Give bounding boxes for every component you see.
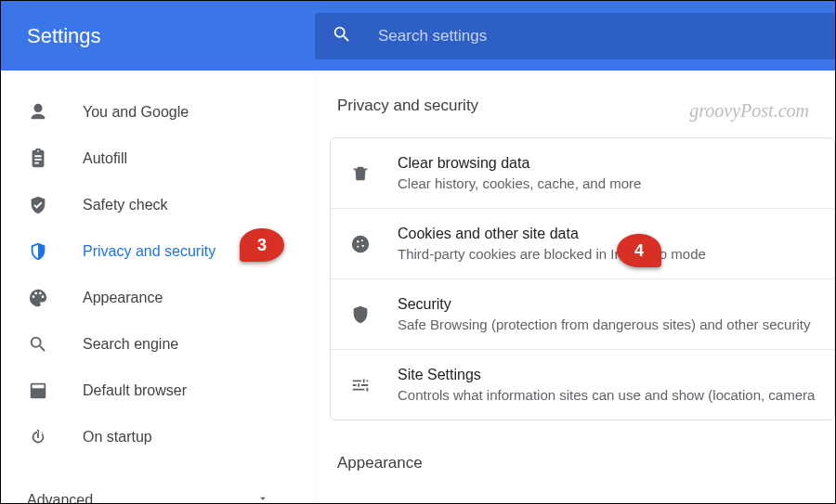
sidebar-item-label: Default browser: [83, 382, 187, 399]
row-title: Security: [398, 296, 810, 313]
search-box[interactable]: [315, 13, 835, 59]
privacy-card: Clear browsing data Clear history, cooki…: [330, 137, 835, 420]
chevron-down-icon: [256, 492, 269, 504]
row-text: Cookies and other site data Third-party …: [398, 226, 706, 262]
sidebar-item-safety-check[interactable]: Safety check: [1, 182, 316, 228]
search-input[interactable]: [378, 27, 818, 45]
sidebar-item-on-startup[interactable]: On startup: [1, 414, 316, 460]
svg-point-3: [362, 244, 364, 246]
svg-point-1: [357, 240, 359, 242]
row-title: Site Settings: [398, 367, 815, 383]
search-icon: [27, 333, 49, 355]
advanced-toggle[interactable]: Advanced: [1, 477, 316, 504]
section-title-privacy: Privacy and security: [337, 97, 835, 115]
browser-icon: [27, 380, 49, 402]
cookie-icon: [349, 233, 372, 255]
row-subtitle: Third-party cookies are blocked in Incog…: [398, 246, 706, 262]
svg-point-0: [352, 235, 369, 252]
main: You and Google Autofill Safety check Pri…: [1, 71, 835, 503]
sidebar-item-privacy-security[interactable]: Privacy and security: [1, 228, 316, 275]
page-title: Settings: [27, 24, 315, 48]
sliders-icon: [349, 374, 372, 396]
shield-icon: [349, 304, 372, 326]
row-site-settings[interactable]: Site Settings Controls what information …: [331, 349, 834, 420]
row-subtitle: Clear history, cookies, cache, and more: [398, 175, 641, 191]
sidebar-item-label: Privacy and security: [83, 243, 216, 260]
row-security[interactable]: Security Safe Browsing (protection from …: [331, 278, 834, 349]
sidebar-item-default-browser[interactable]: Default browser: [1, 368, 316, 414]
header: Settings: [1, 1, 835, 71]
sidebar-item-label: Autofill: [83, 150, 127, 167]
row-text: Site Settings Controls what information …: [398, 367, 815, 403]
clipboard-icon: [27, 148, 49, 170]
person-icon: [27, 101, 49, 123]
row-cookies[interactable]: Cookies and other site data Third-party …: [331, 208, 834, 278]
row-title: Clear browsing data: [398, 155, 641, 172]
row-text: Clear browsing data Clear history, cooki…: [398, 155, 641, 191]
advanced-label: Advanced: [27, 492, 93, 504]
sidebar-item-search-engine[interactable]: Search engine: [1, 321, 316, 368]
sidebar-item-label: Appearance: [83, 290, 163, 306]
sidebar-item-label: Safety check: [83, 197, 168, 213]
shield-check-icon: [27, 194, 49, 216]
section-title-appearance: Appearance: [337, 454, 835, 472]
sidebar-item-autofill[interactable]: Autofill: [1, 136, 316, 182]
row-subtitle: Safe Browsing (protection from dangerous…: [398, 317, 810, 332]
shield-icon: [27, 240, 49, 263]
svg-point-2: [361, 239, 363, 241]
search-icon: [332, 24, 352, 48]
row-subtitle: Controls what information sites can use …: [398, 387, 815, 403]
sidebar-item-appearance[interactable]: Appearance: [1, 275, 316, 321]
trash-icon: [349, 162, 372, 185]
sidebar-item-label: Search engine: [83, 336, 178, 353]
sidebar: You and Google Autofill Safety check Pri…: [1, 71, 317, 503]
row-text: Security Safe Browsing (protection from …: [398, 296, 810, 332]
row-clear-browsing-data[interactable]: Clear browsing data Clear history, cooki…: [331, 138, 834, 208]
svg-point-4: [357, 245, 359, 247]
sidebar-item-label: On startup: [83, 429, 152, 446]
palette-icon: [27, 287, 49, 309]
row-title: Cookies and other site data: [398, 226, 706, 242]
content: groovyPost.com Privacy and security Clea…: [317, 71, 835, 503]
power-icon: [27, 426, 49, 448]
sidebar-item-you-and-google[interactable]: You and Google: [1, 89, 316, 136]
sidebar-item-label: You and Google: [83, 104, 189, 121]
